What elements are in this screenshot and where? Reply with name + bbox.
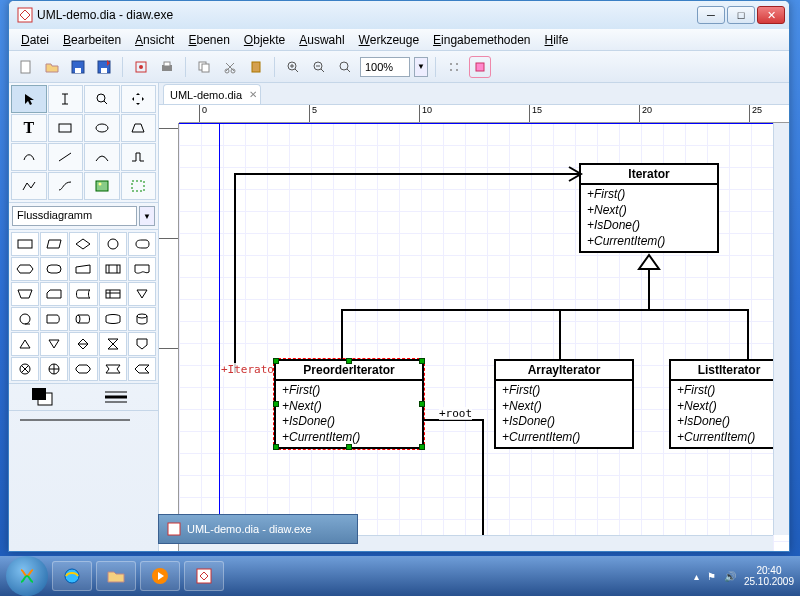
cut-icon[interactable] <box>219 56 241 78</box>
line-style-swatch[interactable] <box>81 384 153 410</box>
shape-data[interactable] <box>128 357 156 381</box>
shape-sum[interactable] <box>11 357 39 381</box>
shape-offpage[interactable] <box>128 332 156 356</box>
box-tool[interactable] <box>48 114 84 142</box>
image-tool[interactable] <box>84 172 120 200</box>
shape-decision[interactable] <box>69 232 97 256</box>
export-icon[interactable] <box>130 56 152 78</box>
taskbar-clock[interactable]: 20:40 25.10.2009 <box>744 565 794 587</box>
zoom-dropdown[interactable]: ▼ <box>414 57 428 77</box>
zoom-field[interactable]: 100% <box>360 57 410 77</box>
text-tool[interactable]: T <box>11 114 47 142</box>
tray-volume-icon[interactable]: 🔊 <box>724 571 736 582</box>
menu-bearbeiten[interactable]: Bearbeiten <box>57 31 127 49</box>
uml-class-iterator[interactable]: Iterator +First() +Next() +IsDone() +Cur… <box>579 163 719 253</box>
menu-objekte[interactable]: Objekte <box>238 31 291 49</box>
menu-datei[interactable]: Datei <box>15 31 55 49</box>
menu-ansicht[interactable]: Ansicht <box>129 31 180 49</box>
shape-manual-op[interactable] <box>11 282 39 306</box>
shape-document[interactable] <box>128 257 156 281</box>
menu-werkzeuge[interactable]: Werkzeuge <box>353 31 425 49</box>
shape-database[interactable] <box>128 307 156 331</box>
uml-class-array[interactable]: ArrayIterator +First() +Next() +IsDone()… <box>494 359 634 449</box>
shape-direct[interactable] <box>69 307 97 331</box>
tray-flag-icon[interactable]: ⚑ <box>707 571 716 582</box>
menu-hilfe[interactable]: Hilfe <box>539 31 575 49</box>
polyline-tool[interactable] <box>11 172 47 200</box>
shape-merge[interactable] <box>128 282 156 306</box>
taskbar-ie-icon[interactable] <box>52 561 92 591</box>
document-tab[interactable]: UML-demo.dia ✕ <box>163 84 261 104</box>
line-tool[interactable] <box>48 143 84 171</box>
shape-merge2[interactable] <box>40 332 68 356</box>
bezier-tool[interactable] <box>48 172 84 200</box>
minimize-button[interactable]: ─ <box>697 6 725 24</box>
maximize-button[interactable]: □ <box>727 6 755 24</box>
shape-collate[interactable] <box>99 332 127 356</box>
arc-tool[interactable] <box>84 143 120 171</box>
print-icon[interactable] <box>156 56 178 78</box>
arrow-style-selector[interactable] <box>9 410 158 428</box>
scroll-tool[interactable] <box>121 85 157 113</box>
uml-class-preorder[interactable]: PreorderIterator +First() +Next() +IsDon… <box>274 359 424 449</box>
start-button[interactable] <box>6 556 48 596</box>
shape-connector[interactable] <box>99 232 127 256</box>
zoom-fit-icon[interactable] <box>334 56 356 78</box>
zigzag-tool[interactable] <box>121 143 157 171</box>
ellipse-tool[interactable] <box>84 114 120 142</box>
menu-eingabemethoden[interactable]: Eingabemethoden <box>427 31 536 49</box>
zoom-in-icon[interactable] <box>282 56 304 78</box>
uml-class-list[interactable]: ListIterator +First() +Next() +IsDone() … <box>669 359 789 449</box>
shape-internal[interactable] <box>99 282 127 306</box>
shape-extract[interactable] <box>11 332 39 356</box>
menu-ebenen[interactable]: Ebenen <box>182 31 235 49</box>
shape-preparation[interactable] <box>11 257 39 281</box>
taskbar-media-icon[interactable] <box>140 561 180 591</box>
menubar: Datei Bearbeiten Ansicht Ebenen Objekte … <box>9 29 789 51</box>
copy-icon[interactable] <box>193 56 215 78</box>
beziergon-tool[interactable] <box>11 143 47 171</box>
outline-tool[interactable] <box>121 172 157 200</box>
shape-card[interactable] <box>40 282 68 306</box>
fg-bg-swatch[interactable] <box>9 384 81 410</box>
taskbar-dia-icon[interactable] <box>184 561 224 591</box>
taskbar-explorer-icon[interactable] <box>96 561 136 591</box>
save-as-icon[interactable] <box>93 56 115 78</box>
zoom-out-icon[interactable] <box>308 56 330 78</box>
shape-delay[interactable] <box>40 307 68 331</box>
menu-auswahl[interactable]: Auswahl <box>293 31 350 49</box>
save-icon[interactable] <box>67 56 89 78</box>
shape-loop[interactable] <box>69 357 97 381</box>
shape-tape[interactable] <box>11 307 39 331</box>
vertical-scrollbar[interactable] <box>773 123 789 535</box>
titlebar[interactable]: UML-demo.dia - diaw.exe ─ □ ✕ <box>9 1 789 29</box>
sheet-selector[interactable]: Flussdiagramm <box>12 206 137 226</box>
shape-sort[interactable] <box>69 332 97 356</box>
snap-object-icon[interactable] <box>469 56 491 78</box>
tray-arrow-icon[interactable]: ▴ <box>694 571 699 582</box>
shape-display[interactable] <box>128 232 156 256</box>
snap-grid-icon[interactable] <box>443 56 465 78</box>
drawing-canvas[interactable]: Iterator +First() +Next() +IsDone() +Cur… <box>179 123 789 551</box>
shape-manual-input[interactable] <box>69 257 97 281</box>
close-button[interactable]: ✕ <box>757 6 785 24</box>
open-file-icon[interactable] <box>41 56 63 78</box>
shape-or[interactable] <box>40 357 68 381</box>
shape-loop2[interactable] <box>99 357 127 381</box>
sheet-dropdown[interactable]: ▼ <box>139 206 155 226</box>
shape-process[interactable] <box>11 232 39 256</box>
shape-predefined[interactable] <box>99 257 127 281</box>
tab-close-icon[interactable]: ✕ <box>249 89 257 100</box>
svg-point-19 <box>456 63 458 65</box>
shape-sequential[interactable] <box>99 307 127 331</box>
taskbar-preview[interactable]: UML-demo.dia - diaw.exe <box>158 514 358 544</box>
pointer-tool[interactable] <box>11 85 47 113</box>
shape-io[interactable] <box>40 232 68 256</box>
paste-icon[interactable] <box>245 56 267 78</box>
polygon-tool[interactable] <box>121 114 157 142</box>
text-edit-tool[interactable] <box>48 85 84 113</box>
shape-terminal[interactable] <box>40 257 68 281</box>
shape-stored-data[interactable] <box>69 282 97 306</box>
magnify-tool[interactable] <box>84 85 120 113</box>
new-file-icon[interactable] <box>15 56 37 78</box>
